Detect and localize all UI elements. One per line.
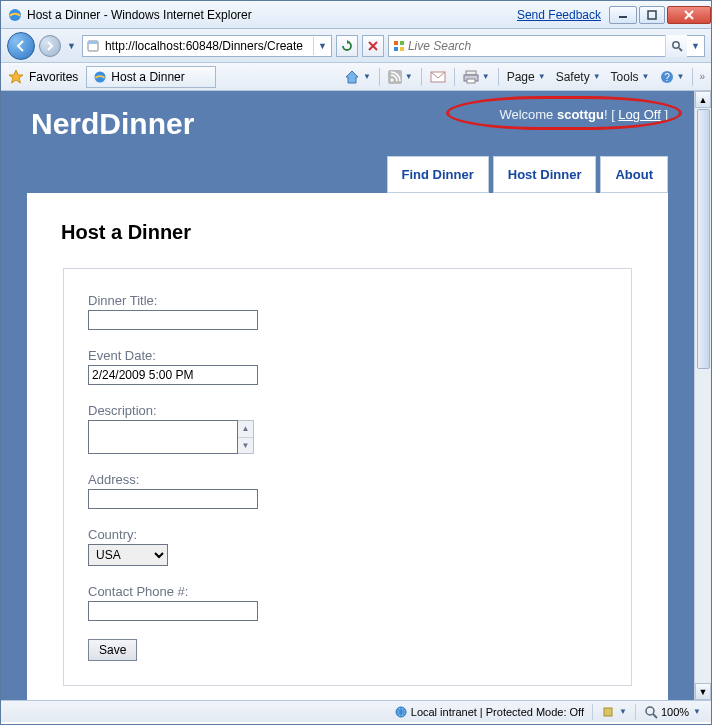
- minimize-button[interactable]: [609, 6, 637, 24]
- search-bar[interactable]: ▼: [388, 35, 705, 57]
- send-feedback-link[interactable]: Send Feedback: [517, 8, 601, 22]
- textarea-scroll-down[interactable]: ▼: [238, 438, 253, 454]
- svg-rect-11: [394, 47, 398, 51]
- window-title: Host a Dinner - Windows Internet Explore…: [27, 8, 252, 22]
- favorites-label[interactable]: Favorites: [29, 70, 78, 84]
- stop-button[interactable]: [362, 35, 384, 57]
- navigation-bar: ▼ ▼ ▼: [1, 29, 711, 63]
- browser-viewport: NerdDinner Welcome scottgu! [ Log Off ] …: [1, 91, 711, 700]
- live-search-icon: [392, 39, 406, 53]
- svg-rect-12: [400, 47, 404, 51]
- address-bar[interactable]: ▼: [82, 35, 332, 57]
- svg-rect-9: [394, 41, 398, 45]
- textarea-scroll[interactable]: ▲ ▼: [238, 420, 254, 454]
- svg-rect-19: [466, 71, 476, 75]
- input-address[interactable]: [88, 489, 258, 509]
- logoff-bracket-right: ]: [661, 107, 668, 122]
- welcome-username: scottgu: [557, 107, 604, 122]
- ie-icon: [93, 70, 107, 84]
- internet-zone-icon: [394, 705, 408, 719]
- svg-line-14: [679, 48, 682, 51]
- print-button[interactable]: ▼: [459, 68, 494, 86]
- page-menu-label: Page: [507, 70, 535, 84]
- svg-rect-10: [400, 41, 404, 45]
- zoom-control[interactable]: 100% ▼: [640, 705, 705, 719]
- recent-pages-dropdown[interactable]: ▼: [65, 41, 78, 51]
- svg-rect-2: [648, 11, 656, 19]
- help-button[interactable]: ? ▼: [656, 68, 689, 86]
- maximize-button[interactable]: [639, 6, 665, 24]
- svg-rect-21: [467, 79, 475, 83]
- main-menu: Find Dinner Host Dinner About: [387, 156, 668, 193]
- ie-icon: [7, 7, 23, 23]
- status-indicator[interactable]: ▼: [597, 705, 631, 719]
- welcome-prefix: Welcome: [499, 107, 557, 122]
- nav-host-dinner[interactable]: Host Dinner: [493, 156, 597, 193]
- forward-button[interactable]: [39, 35, 61, 57]
- vertical-scrollbar[interactable]: ▲ ▼: [694, 91, 711, 700]
- refresh-button[interactable]: [336, 35, 358, 57]
- nav-find-dinner[interactable]: Find Dinner: [387, 156, 489, 193]
- svg-point-26: [646, 707, 654, 715]
- svg-line-27: [653, 714, 657, 718]
- safety-menu[interactable]: Safety▼: [552, 68, 605, 86]
- scroll-down-button[interactable]: ▼: [695, 683, 711, 700]
- input-phone[interactable]: [88, 601, 258, 621]
- command-bar-expand[interactable]: »: [697, 71, 707, 82]
- save-button[interactable]: Save: [88, 639, 137, 661]
- label-country: Country:: [88, 527, 607, 542]
- dinner-form: Dinner Title: Event Date: Description: ▲…: [63, 268, 632, 686]
- label-address: Address:: [88, 472, 607, 487]
- svg-point-13: [672, 41, 678, 47]
- favorites-star-icon[interactable]: [8, 69, 24, 85]
- label-dinner-title: Dinner Title:: [88, 293, 607, 308]
- select-country[interactable]: USA: [88, 544, 168, 566]
- home-button[interactable]: ▼: [340, 67, 375, 87]
- nav-about[interactable]: About: [600, 156, 668, 193]
- page-heading: Host a Dinner: [61, 221, 634, 244]
- textarea-scroll-up[interactable]: ▲: [238, 421, 253, 438]
- svg-rect-25: [604, 708, 612, 716]
- label-description: Description:: [88, 403, 607, 418]
- content-panel: Host a Dinner Dinner Title: Event Date: …: [27, 193, 668, 700]
- input-description[interactable]: [88, 420, 238, 454]
- close-button[interactable]: [667, 6, 711, 24]
- label-event-date: Event Date:: [88, 348, 607, 363]
- page-icon: [83, 39, 103, 53]
- web-page: NerdDinner Welcome scottgu! [ Log Off ] …: [1, 91, 694, 700]
- svg-rect-6: [88, 41, 98, 44]
- tools-menu[interactable]: Tools▼: [607, 68, 654, 86]
- logoff-link[interactable]: Log Off: [618, 107, 660, 122]
- status-zone-text: Local intranet | Protected Mode: Off: [411, 706, 584, 718]
- safety-menu-label: Safety: [556, 70, 590, 84]
- feeds-button[interactable]: ▼: [384, 68, 417, 86]
- read-mail-button[interactable]: [426, 69, 450, 85]
- url-dropdown[interactable]: ▼: [313, 37, 331, 55]
- status-bar: Local intranet | Protected Mode: Off ▼ 1…: [1, 700, 711, 722]
- scroll-up-button[interactable]: ▲: [695, 91, 711, 108]
- page-menu[interactable]: Page▼: [503, 68, 550, 86]
- svg-text:?: ?: [664, 72, 670, 83]
- back-button[interactable]: [7, 32, 35, 60]
- window-titlebar: Host a Dinner - Windows Internet Explore…: [1, 1, 711, 29]
- logoff-bracket-left: [: [608, 107, 619, 122]
- svg-point-17: [390, 78, 393, 81]
- browser-tab[interactable]: Host a Dinner: [86, 66, 215, 88]
- zoom-icon: [644, 705, 658, 719]
- zoom-value: 100%: [661, 706, 689, 718]
- welcome-bar: Welcome scottgu! [ Log Off ]: [499, 107, 668, 122]
- label-phone: Contact Phone #:: [88, 584, 607, 599]
- input-dinner-title[interactable]: [88, 310, 258, 330]
- scroll-thumb[interactable]: [697, 109, 710, 369]
- url-input[interactable]: [103, 38, 313, 54]
- search-go-button[interactable]: [665, 35, 687, 57]
- command-bar: Favorites Host a Dinner ▼ ▼ ▼ Page▼ Safe…: [1, 63, 711, 91]
- search-provider-dropdown[interactable]: ▼: [687, 37, 704, 55]
- tab-title: Host a Dinner: [111, 70, 184, 84]
- search-input[interactable]: [406, 38, 665, 54]
- input-event-date[interactable]: [88, 365, 258, 385]
- tools-menu-label: Tools: [611, 70, 639, 84]
